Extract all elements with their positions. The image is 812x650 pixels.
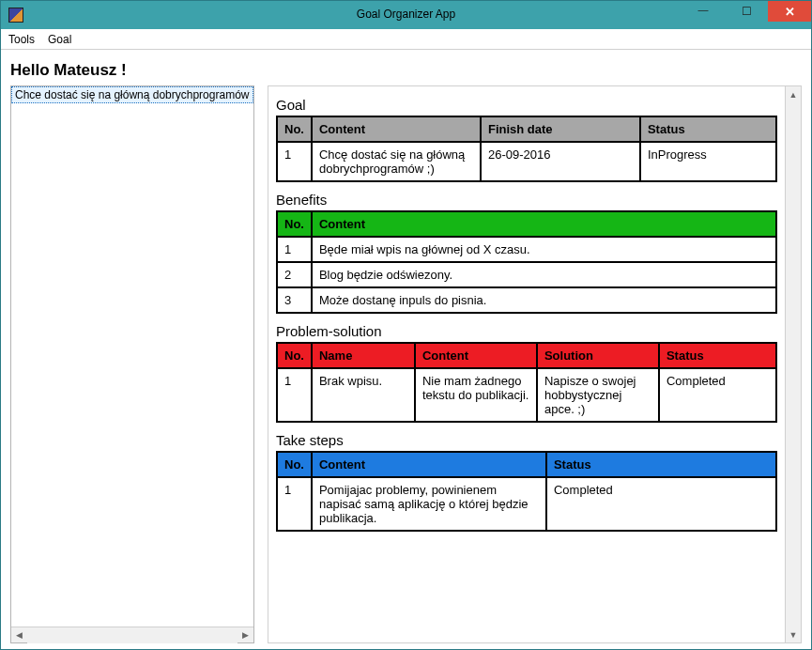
close-button[interactable] xyxy=(768,1,811,22)
col-header: Status xyxy=(640,116,776,142)
cell-solution: Napisze o swojej hobbystycznej apce. ;) xyxy=(537,368,659,422)
menu-goal[interactable]: Goal xyxy=(48,33,71,46)
table-row: 1 Brak wpisu. Nie mam żadnego tekstu do … xyxy=(277,368,776,422)
cell-content: Może dostanę inpuls do pisnia. xyxy=(312,287,776,313)
cell-no: 1 xyxy=(277,477,312,531)
goal-table: No. Content Finish date Status 1 Chcę do… xyxy=(276,116,777,182)
cell-content: Chcę dostać się na główną dobrychprogram… xyxy=(312,142,481,181)
problem-solution-table: No. Name Content Solution Status 1 Brak … xyxy=(276,342,777,423)
cell-content: Nie mam żadnego tekstu do publikacji. xyxy=(415,368,537,422)
minimize-button[interactable] xyxy=(682,1,725,22)
scroll-track[interactable] xyxy=(786,102,801,627)
cell-no: 1 xyxy=(277,368,312,422)
col-header: Content xyxy=(312,116,481,142)
section-title-goal: Goal xyxy=(276,97,777,113)
cell-status: Completed xyxy=(546,477,776,531)
cell-no: 1 xyxy=(277,237,312,262)
details-content: Goal No. Content Finish date Status 1 Ch… xyxy=(268,86,785,642)
col-header: Status xyxy=(546,452,776,477)
table-row: 1 Będe miał wpis na głównej od X czasu. xyxy=(277,237,776,262)
section-title-take-steps: Take steps xyxy=(276,432,777,448)
col-header: Content xyxy=(312,452,546,477)
cell-content: Blog będzie odświezony. xyxy=(312,262,776,287)
cell-status: InProgress xyxy=(640,142,776,181)
list-item[interactable]: Chce dostać się na główną dobrychprogram… xyxy=(11,86,253,103)
goals-listbox[interactable]: Chce dostać się na główną dobrychprogram… xyxy=(11,86,253,627)
scroll-left-icon[interactable]: ◀ xyxy=(11,627,27,643)
cell-no: 2 xyxy=(277,262,312,287)
table-row: 1 Pomijajac problemy, powinienem napisać… xyxy=(277,477,776,531)
table-row: 2 Blog będzie odświezony. xyxy=(277,262,776,287)
scroll-right-icon[interactable]: ▶ xyxy=(237,627,253,643)
app-icon xyxy=(8,8,23,23)
cell-content: Będe miał wpis na głównej od X czasu. xyxy=(312,237,776,262)
col-header: No. xyxy=(277,211,312,237)
maximize-button[interactable] xyxy=(725,1,768,22)
table-row: 3 Może dostanę inpuls do pisnia. xyxy=(277,287,776,313)
scroll-up-icon[interactable]: ▲ xyxy=(786,86,801,102)
benefits-table: No. Content 1 Będe miał wpis na głównej … xyxy=(276,210,777,314)
horizontal-scrollbar[interactable]: ◀ ▶ xyxy=(11,627,253,642)
col-header: Content xyxy=(415,343,537,368)
section-title-benefits: Benefits xyxy=(276,192,777,208)
greeting-label: Hello Mateusz ! xyxy=(10,61,802,80)
vertical-scrollbar[interactable]: ▲ ▼ xyxy=(785,86,801,642)
scroll-track[interactable] xyxy=(27,627,237,643)
app-window: Goal Organizer App Tools Goal Hello Mate… xyxy=(0,0,812,650)
cell-finish-date: 26-09-2016 xyxy=(481,142,640,181)
scroll-down-icon[interactable]: ▼ xyxy=(786,627,801,642)
col-header: Name xyxy=(312,343,415,368)
col-header: Status xyxy=(659,343,776,368)
goals-list-pane: Chce dostać się na główną dobrychprogram… xyxy=(10,85,254,643)
menubar: Tools Goal xyxy=(1,29,811,50)
col-header: Solution xyxy=(537,343,659,368)
col-header: Content xyxy=(312,211,776,237)
cell-no: 1 xyxy=(277,142,312,181)
cell-name: Brak wpisu. xyxy=(312,368,415,422)
take-steps-table: No. Content Status 1 Pomijajac problemy,… xyxy=(276,451,777,532)
window-title: Goal Organizer App xyxy=(357,8,455,21)
titlebar[interactable]: Goal Organizer App xyxy=(1,1,811,29)
window-controls xyxy=(682,1,811,22)
details-pane: Goal No. Content Finish date Status 1 Ch… xyxy=(268,85,802,643)
cell-status: Completed xyxy=(659,368,776,422)
menu-tools[interactable]: Tools xyxy=(8,33,35,46)
col-header: No. xyxy=(277,343,312,368)
col-header: No. xyxy=(277,116,312,142)
col-header: No. xyxy=(277,452,312,477)
section-title-problem-solution: Problem-solution xyxy=(276,323,777,339)
cell-content: Pomijajac problemy, powinienem napisać s… xyxy=(312,477,546,531)
body-area: Hello Mateusz ! Chce dostać się na główn… xyxy=(1,50,811,649)
col-header: Finish date xyxy=(481,116,640,142)
table-row: 1 Chcę dostać się na główną dobrychprogr… xyxy=(277,142,776,181)
cell-no: 3 xyxy=(277,287,312,313)
split-pane: Chce dostać się na główną dobrychprogram… xyxy=(10,85,802,643)
